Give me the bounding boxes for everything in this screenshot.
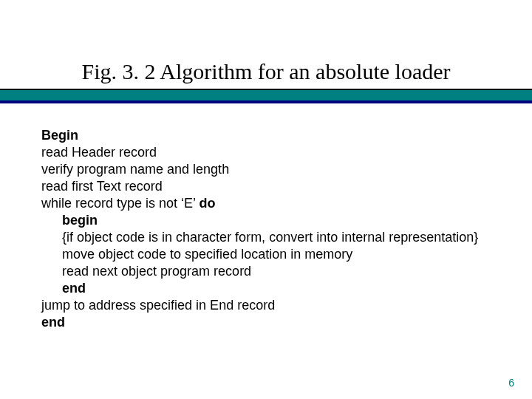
algo-line: while record type is not ‘E’ do: [41, 195, 491, 212]
algo-line: move object code to specified location i…: [41, 246, 491, 263]
algo-line: end: [41, 280, 491, 297]
title-divider: [0, 89, 532, 103]
algorithm-body: Begin read Header record verify program …: [41, 127, 491, 331]
algo-line: jump to address specified in End record: [41, 297, 491, 314]
algo-line: read first Text record: [41, 178, 491, 195]
algo-line: verify program name and length: [41, 161, 491, 178]
algo-line: read Header record: [41, 144, 491, 161]
algo-line: begin: [41, 212, 491, 229]
page-number: 6: [508, 377, 514, 389]
algo-line: end: [41, 314, 491, 331]
algo-line: read next object program record: [41, 263, 491, 280]
algo-line: {if object code is in character form, co…: [41, 229, 491, 246]
algo-line: Begin: [41, 127, 491, 144]
slide-title: Fig. 3. 2 Algorithm for an absolute load…: [0, 59, 532, 84]
